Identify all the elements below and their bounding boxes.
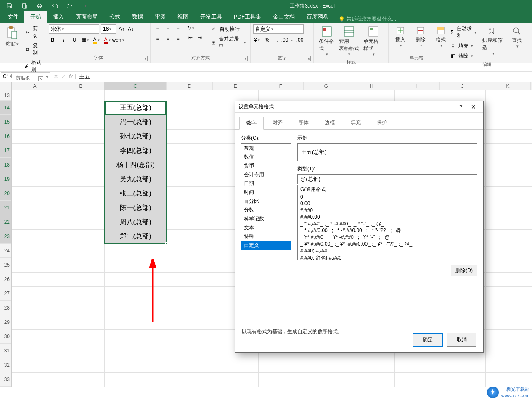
sort-filter-button[interactable]: AZ排序和筛选 [480, 24, 506, 57]
align-center-icon[interactable]: ≡ [163, 34, 172, 44]
fmt-item[interactable]: 0 [298, 193, 477, 200]
row-27[interactable]: 27 [0, 286, 11, 301]
row-30[interactable]: 30 [0, 329, 11, 344]
decrease-indent-icon[interactable]: ⇤ [187, 34, 194, 41]
dlg-tab-number[interactable]: 数字 [239, 117, 264, 130]
cat-special[interactable]: 特殊 [241, 232, 291, 241]
cat-fraction[interactable]: 分数 [241, 206, 291, 215]
col-G[interactable]: G [304, 82, 349, 90]
format-code-list[interactable]: G/通用格式 0 0.00 #,##0 #,##0.00 _ * #,##0_ … [297, 185, 477, 260]
col-E[interactable]: E [213, 82, 258, 90]
cell-C21[interactable]: 陈一(总部) [104, 201, 167, 215]
tab-data[interactable]: 数据 [126, 11, 149, 23]
phonetic-icon[interactable]: wén [114, 36, 122, 44]
qat-customize-icon[interactable] [77, 0, 93, 12]
format-table-button[interactable]: 套用 表格格式 [339, 24, 359, 58]
italic-icon[interactable]: I [60, 36, 67, 44]
clear-button[interactable]: ◧清除 [447, 51, 478, 61]
fmt-item[interactable]: _ ¥* #,##0_ ;_ ¥* -#,##0_ ;_ ¥* "-"_ ;_ … [298, 234, 477, 241]
redo-icon[interactable] [62, 0, 77, 12]
row-13[interactable]: 13 [0, 90, 11, 101]
row-33[interactable]: 33 [0, 372, 11, 387]
cell-C22[interactable]: 周八(总部) [104, 215, 167, 229]
dialog-titlebar[interactable]: 设置单元格格式 ? ✕ [235, 101, 483, 113]
alignment-expand-icon[interactable]: ↘ [243, 56, 248, 61]
fmt-item[interactable]: _ * #,##0_ ;_ * -#,##0_ ;_ * "-"_ ;_ @_ [298, 220, 477, 227]
cell-C15[interactable]: 冯十(总部) [104, 115, 167, 129]
autosum-button[interactable]: Σ自动求和 [447, 24, 478, 40]
decrease-decimal-icon[interactable]: ←.00 [294, 36, 301, 44]
col-C[interactable]: C [104, 82, 167, 90]
formula-input[interactable]: 王五 [76, 73, 532, 80]
fmt-item[interactable]: 0.00 [298, 200, 477, 207]
type-input[interactable] [297, 174, 477, 184]
fmt-item[interactable]: _ ¥* #,##0.00_ ;_ ¥* -#,##0.00_ ;_ ¥* "-… [298, 241, 477, 247]
tab-review[interactable]: 审阅 [149, 11, 172, 23]
cell-C14[interactable]: 王五(总部) [104, 101, 167, 115]
fx-icon[interactable]: fx [69, 74, 73, 79]
cat-currency[interactable]: 货币 [241, 162, 291, 170]
tab-wps[interactable]: 金山文档 [267, 11, 301, 23]
cat-date[interactable]: 日期 [241, 179, 291, 188]
fmt-item[interactable]: #,##0;[红色]-#,##0 [298, 254, 477, 260]
align-top-icon[interactable]: ≡ [153, 24, 162, 34]
delete-cells-button[interactable]: 删除 [411, 24, 430, 49]
tab-formulas[interactable]: 公式 [103, 11, 126, 23]
conditional-formatting-button[interactable]: 条件格式 [316, 24, 337, 58]
row-21[interactable]: 21 [0, 201, 11, 215]
orientation-icon[interactable]: ↻ [187, 24, 194, 32]
row-25[interactable]: 25 [0, 258, 11, 272]
row-22[interactable]: 22 [0, 215, 11, 229]
font-color-icon[interactable]: A [103, 36, 111, 44]
percent-format-icon[interactable]: % [263, 36, 271, 44]
cell-styles-button[interactable]: 单元格样式 [361, 24, 386, 58]
align-middle-icon[interactable]: ≡ [163, 24, 172, 34]
save-icon[interactable] [2, 0, 17, 12]
row-32[interactable]: 32 [0, 358, 11, 372]
row-24[interactable]: 24 [0, 244, 11, 258]
ok-button[interactable]: 确定 [413, 333, 443, 347]
row-15[interactable]: 15 [0, 115, 11, 129]
format-painter-button[interactable]: 🖌格式刷 [23, 58, 43, 74]
dlg-tab-alignment[interactable]: 对齐 [265, 116, 290, 129]
fmt-item[interactable]: #,##0;-#,##0 [298, 247, 477, 254]
wrap-text-button[interactable]: ↵自动换行 [209, 24, 248, 34]
number-expand-icon[interactable]: ↘ [306, 56, 311, 61]
decrease-font-icon[interactable]: A↓ [127, 25, 135, 33]
row-31[interactable]: 31 [0, 344, 11, 358]
fill-button[interactable]: ↧填充 [447, 41, 478, 50]
row-19[interactable]: 19 [0, 172, 11, 186]
row-26[interactable]: 26 [0, 272, 11, 286]
fill-color-icon[interactable]: A [93, 36, 100, 44]
increase-font-icon[interactable]: A↑ [118, 25, 125, 33]
delete-format-button[interactable]: 删除(D) [451, 265, 477, 276]
number-format-combo[interactable]: 自定义 [253, 24, 304, 34]
tab-view[interactable]: 视图 [172, 11, 194, 23]
cell-C20[interactable]: 张三(总部) [104, 186, 167, 201]
new-icon[interactable] [17, 0, 32, 12]
category-list[interactable]: 常规 数值 货币 会计专用 日期 时间 百分比 分数 科学记数 文本 特殊 自定… [241, 143, 291, 323]
insert-cells-button[interactable]: 插入 [391, 24, 410, 49]
underline-icon[interactable]: U [71, 36, 78, 44]
col-F[interactable]: F [258, 82, 304, 90]
cancel-button[interactable]: 取消 [447, 333, 476, 347]
col-J[interactable]: J [440, 82, 485, 90]
cat-percentage[interactable]: 百分比 [241, 197, 291, 206]
find-button[interactable]: 查找 [508, 24, 526, 50]
tab-insert[interactable]: 插入 [47, 11, 70, 23]
tab-home[interactable]: 开始 [24, 11, 47, 23]
col-D[interactable]: D [167, 82, 213, 90]
cat-custom[interactable]: 自定义 [241, 241, 291, 250]
cat-scientific[interactable]: 科学记数 [241, 215, 291, 223]
accounting-format-icon[interactable]: ¥ [253, 36, 261, 44]
cut-button[interactable]: ✂剪切 [23, 24, 43, 40]
merge-center-button[interactable]: ⊞合并后居中 [209, 34, 248, 50]
tab-pdf[interactable]: PDF工具集 [228, 11, 267, 23]
paste-button[interactable]: 粘贴 [3, 24, 21, 49]
comma-format-icon[interactable]: , [273, 36, 281, 44]
print-icon[interactable] [32, 0, 47, 12]
font-size-combo[interactable]: 16 [101, 24, 116, 34]
cat-accounting[interactable]: 会计专用 [241, 170, 291, 179]
confirm-edit-icon[interactable]: ✓ [61, 74, 66, 79]
cancel-edit-icon[interactable]: ✕ [54, 74, 58, 79]
